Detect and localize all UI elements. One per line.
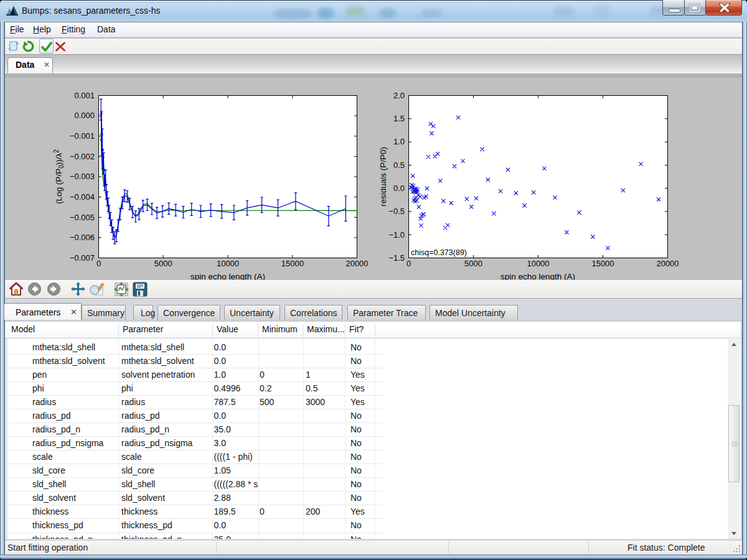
svg-text:0.5: 0.5: [393, 161, 405, 170]
svg-text:15000: 15000: [591, 259, 614, 268]
svg-text:1.5: 1.5: [393, 114, 405, 123]
svg-text:−0.004: −0.004: [70, 192, 95, 202]
svg-text:−0.007: −0.007: [70, 253, 95, 263]
svg-text:0: 0: [96, 259, 101, 268]
svg-text:−0.005: −0.005: [70, 213, 95, 222]
svg-text:residuals (P/P0): residuals (P/P0): [378, 147, 388, 207]
svg-text:20000: 20000: [345, 259, 368, 268]
svg-text:−0.003: −0.003: [70, 172, 95, 181]
svg-text:−1.5: −1.5: [388, 253, 405, 263]
svg-text:20000: 20000: [656, 259, 679, 268]
svg-text:0.000: 0.000: [74, 111, 95, 120]
svg-text:0.0: 0.0: [393, 184, 405, 193]
svg-text:−0.5: −0.5: [388, 207, 405, 216]
svg-text:2.0: 2.0: [393, 91, 405, 100]
svg-text:1.0: 1.0: [393, 137, 405, 146]
svg-text:0: 0: [406, 259, 411, 268]
svg-text:15000: 15000: [281, 259, 304, 268]
svg-text:chisq=0.373(89): chisq=0.373(89): [411, 248, 467, 257]
svg-text:5000: 5000: [154, 259, 172, 268]
svg-text:10000: 10000: [217, 259, 239, 268]
svg-text:(Log (P/P0))/λ2: (Log (P/P0))/λ2: [53, 149, 65, 204]
svg-text:0.001: 0.001: [74, 91, 95, 100]
svg-text:−0.002: −0.002: [70, 152, 95, 161]
svg-text:−0.001: −0.001: [70, 131, 95, 141]
svg-text:10000: 10000: [527, 259, 549, 268]
svg-text:5000: 5000: [464, 259, 482, 268]
svg-text:−1.0: −1.0: [388, 230, 405, 240]
svg-text:−0.006: −0.006: [70, 233, 95, 242]
